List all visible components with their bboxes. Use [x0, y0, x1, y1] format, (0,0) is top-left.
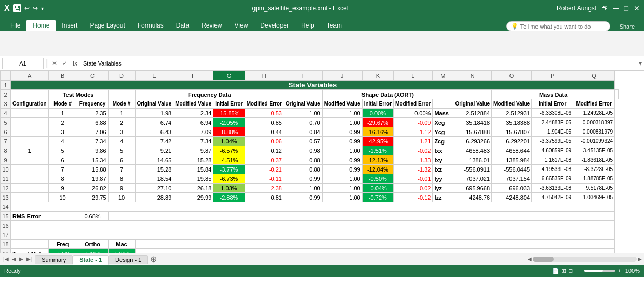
cell-H3[interactable]: Modified Error [245, 99, 284, 109]
sheet-nav-prev[interactable]: ◀ [11, 256, 17, 262]
cell-J12[interactable]: 1.00 [322, 184, 362, 193]
cell-B9[interactable]: 6 [48, 155, 77, 165]
cell-D9[interactable]: 6 [108, 155, 135, 165]
cell-I5[interactable]: 0.70 [284, 118, 322, 127]
cell-D13[interactable]: 10 [108, 193, 135, 202]
cell-D3[interactable]: Mode # [108, 99, 135, 109]
cell-E9[interactable]: 14.65 [135, 155, 173, 165]
cell-O5[interactable]: 35.18388 [492, 118, 532, 127]
save-icon[interactable] [13, 4, 21, 12]
cell-G7[interactable]: 1.04% [213, 137, 245, 146]
cell-G9[interactable]: -4.51% [213, 155, 245, 165]
sheet-nav-first[interactable]: |◀ [2, 256, 10, 262]
cell-O12[interactable]: 696.033 [492, 184, 532, 193]
tab-state-1[interactable]: State - 1 [73, 255, 109, 265]
col-G[interactable]: G [213, 71, 245, 81]
cell-E4[interactable]: 1.98 [135, 109, 173, 118]
cell-E3[interactable]: Original Value [135, 99, 173, 109]
cell-H9[interactable]: -0.37 [245, 155, 284, 165]
cell-N9[interactable]: 1386.01 [453, 155, 492, 165]
cell-N11[interactable]: 7037.021 [453, 174, 492, 184]
cell-F12[interactable]: 26.18 [173, 184, 213, 193]
cell-D11[interactable]: 8 [108, 174, 135, 184]
cell-J7[interactable]: 0.99 [322, 137, 362, 146]
col-F[interactable]: F [173, 71, 213, 81]
cell-P3[interactable]: Initial Error [532, 99, 573, 109]
col-M[interactable]: M [433, 71, 453, 81]
cell-P8[interactable]: -4.60859E-09 [532, 146, 573, 155]
cell-L5[interactable]: -0.09 [394, 118, 433, 127]
col-K[interactable]: K [362, 71, 393, 81]
cell-Q11[interactable]: 1.88785E-05 [573, 174, 615, 184]
cell-A7[interactable] [11, 137, 49, 146]
cell-L11[interactable]: -0.01 [394, 174, 433, 184]
cell-O3[interactable]: Modified Value [492, 99, 532, 109]
cell-Q10[interactable]: -8.3723E-05 [573, 165, 615, 174]
cell-N3[interactable]: Original Value [453, 99, 492, 109]
cell-B19[interactable]: <=5% [48, 249, 77, 253]
tab-formulas[interactable]: Formulas [131, 20, 170, 31]
cell-O9[interactable]: 1385.984 [492, 155, 532, 165]
maximize-button[interactable]: □ [624, 4, 628, 12]
cell-C13[interactable]: 29.75 [77, 193, 108, 202]
cell-L6[interactable]: -1.12 [394, 127, 433, 137]
cell-I10[interactable]: 0.88 [284, 165, 322, 174]
cell-Q12[interactable]: 9.5178E-05 [573, 184, 615, 193]
cell-L10[interactable]: -1.32 [394, 165, 433, 174]
redo-icon[interactable]: ↪ [33, 5, 38, 12]
cell-E2[interactable]: Frequency Data [135, 90, 284, 99]
cell-K13[interactable]: -0.72% [362, 193, 393, 202]
formula-input[interactable] [81, 60, 637, 67]
cell-B10[interactable]: 7 [48, 165, 77, 174]
cell-G5[interactable]: -2.05% [213, 118, 245, 127]
cell-M7[interactable]: Zcg [433, 137, 453, 146]
col-D[interactable]: D [108, 71, 135, 81]
cell-M5[interactable]: Xcg [433, 118, 453, 127]
cell-Q3[interactable]: Modified Error [573, 99, 615, 109]
cell-L13[interactable]: -0.12 [394, 193, 433, 202]
cell-M4[interactable]: Mass [433, 109, 453, 118]
cell-B4[interactable]: 1 [48, 109, 77, 118]
cell-N4[interactable]: 2.512884 [453, 109, 492, 118]
cell-G8[interactable]: -6.57% [213, 146, 245, 155]
cell-J4[interactable]: 1.00 [322, 109, 362, 118]
cell-B12[interactable]: 9 [48, 184, 77, 193]
cell-B8[interactable]: 5 [48, 146, 77, 155]
cell-I2[interactable] [284, 90, 322, 99]
tab-design-1[interactable]: Design - 1 [109, 255, 148, 264]
cell-F9[interactable]: 15.28 [173, 155, 213, 165]
cell-Q5[interactable]: -0.000318397 [573, 118, 615, 127]
cell-D19[interactable]: <=20% [108, 249, 135, 253]
cell-A9[interactable] [11, 155, 49, 165]
cell-Q6[interactable]: 0.000831979 [573, 127, 615, 137]
cell-D5[interactable]: 2 [108, 118, 135, 127]
cell-B2[interactable]: Test Modes [48, 90, 108, 99]
cell-C19[interactable]: <=10% [77, 249, 108, 253]
cell-J3[interactable]: Modified Value [322, 99, 362, 109]
cell-Q9[interactable]: -1.83618E-05 [573, 155, 615, 165]
cell-F4[interactable]: 2.34 [173, 109, 213, 118]
cell-A11[interactable] [11, 174, 49, 184]
cell-K7[interactable]: -42.95% [362, 137, 393, 146]
cell-A10[interactable] [11, 165, 49, 174]
cell-O4[interactable]: 2.512931 [492, 109, 532, 118]
cell-J13[interactable]: 1.00 [322, 193, 362, 202]
col-J[interactable]: J [322, 71, 362, 81]
cell-P5[interactable]: -2.44883E-05 [532, 118, 573, 127]
cell-A6[interactable] [11, 127, 49, 137]
cell-D12[interactable]: 9 [108, 184, 135, 193]
scroll-left-icon[interactable]: ◀ [528, 256, 532, 262]
cancel-formula-icon[interactable]: ✕ [50, 60, 59, 67]
cell-K6[interactable]: -16.16% [362, 127, 393, 137]
cell-G3[interactable]: Initial Error [213, 99, 245, 109]
cell-M3[interactable] [433, 99, 453, 109]
cell-L4[interactable]: 0.00% [394, 109, 433, 118]
cell-P7[interactable]: -3.37599E-05 [532, 137, 573, 146]
cell-I7[interactable]: 0.57 [284, 137, 322, 146]
cell-B3[interactable]: Mode # [48, 99, 77, 109]
cell-D10[interactable]: 7 [108, 165, 135, 174]
cell-E12[interactable]: 27.10 [135, 184, 173, 193]
cell-Q8[interactable]: 3.45135E-05 [573, 146, 615, 155]
share-button[interactable]: Share [614, 22, 640, 31]
cell-M12[interactable]: Iyz [433, 184, 453, 193]
